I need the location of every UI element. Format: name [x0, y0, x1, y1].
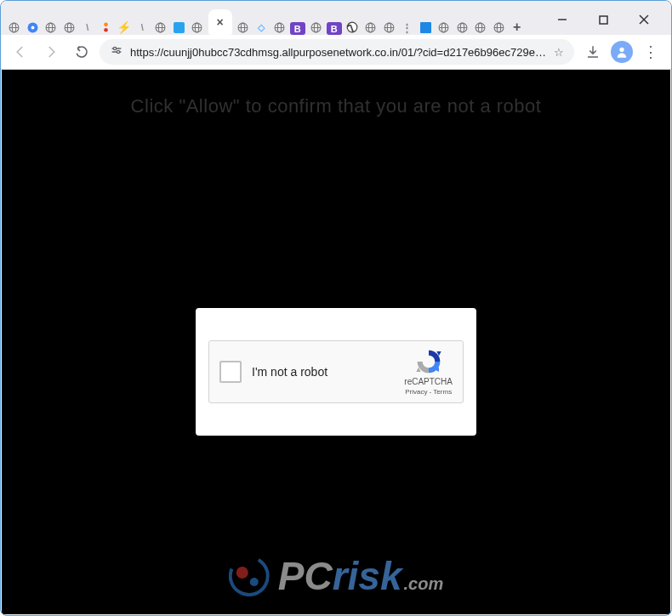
watermark: PCrisk.com — [229, 553, 443, 599]
svg-rect-36 — [420, 22, 431, 33]
tab-close-icon[interactable]: × — [216, 15, 223, 29]
tab-25[interactable] — [455, 20, 470, 36]
captcha-card: I'm not a robot reCAPTCHA Privacy - Term… — [196, 308, 476, 436]
recaptcha-brand-links[interactable]: Privacy - Terms — [405, 388, 452, 396]
recaptcha-widget: I'm not a robot reCAPTCHA Privacy - Term… — [208, 340, 464, 403]
tab-3[interactable] — [43, 20, 59, 36]
tab-2[interactable] — [26, 20, 41, 36]
toolbar: https://cuunjj0hubcc73cdhmsg.allpurposen… — [1, 35, 671, 69]
address-bar[interactable]: https://cuunjj0hubcc73cdhmsg.allpurposen… — [100, 39, 574, 65]
tab-16[interactable]: B — [290, 22, 305, 35]
watermark-part1: PC — [278, 553, 333, 599]
watermark-icon — [229, 556, 270, 596]
tab-9[interactable] — [153, 20, 168, 36]
tab-active[interactable]: × — [208, 9, 232, 35]
tab-6[interactable] — [99, 20, 114, 36]
window-minimize[interactable] — [544, 7, 581, 32]
tab-5[interactable]: \ — [80, 20, 95, 36]
tab-14[interactable]: ◇ — [253, 20, 269, 36]
tab-21[interactable] — [382, 20, 397, 36]
page-headline: Click "Allow" to confirm that you are no… — [2, 95, 670, 117]
tab-15[interactable] — [272, 20, 288, 36]
svg-point-62 — [236, 567, 248, 579]
recaptcha-label: I'm not a robot — [252, 365, 327, 379]
tab-8[interactable]: \ — [135, 20, 151, 36]
tab-4[interactable] — [62, 20, 77, 36]
avatar-icon — [611, 41, 633, 63]
tab-19[interactable] — [345, 20, 361, 36]
tab-strip: \ ⚡ \ × ◇ B B ⋮ + — [1, 1, 671, 35]
recaptcha-logo-icon — [415, 348, 442, 375]
svg-point-4 — [31, 26, 34, 29]
tab-10[interactable] — [172, 20, 187, 36]
menu-button[interactable]: ⋮ — [637, 38, 664, 66]
svg-point-55 — [113, 47, 116, 49]
svg-point-57 — [619, 48, 624, 52]
tab-17[interactable] — [309, 20, 324, 36]
svg-rect-50 — [600, 16, 607, 24]
tab-23[interactable] — [419, 20, 434, 36]
tab-27[interactable] — [492, 20, 507, 36]
tab-1[interactable] — [7, 20, 22, 36]
tab-26[interactable] — [473, 20, 488, 36]
tab-22[interactable]: ⋮ — [400, 20, 415, 36]
downloads-button[interactable] — [579, 38, 607, 66]
tab-20[interactable] — [363, 20, 379, 36]
svg-point-63 — [250, 578, 259, 586]
nav-reload[interactable] — [69, 39, 94, 65]
nav-back[interactable] — [8, 39, 33, 65]
tab-13[interactable] — [236, 20, 251, 36]
svg-point-56 — [117, 50, 119, 53]
nav-forward[interactable] — [38, 39, 64, 65]
recaptcha-brand-name: reCAPTCHA — [404, 377, 453, 386]
watermark-part3: .com — [404, 574, 444, 594]
svg-point-12 — [104, 28, 108, 32]
page-content: Click "Allow" to confirm that you are no… — [2, 70, 670, 614]
tab-24[interactable] — [436, 20, 452, 36]
svg-point-61 — [229, 556, 270, 596]
watermark-part2: risk — [333, 553, 402, 599]
svg-rect-16 — [174, 22, 185, 33]
bookmark-star-icon[interactable]: ☆ — [554, 46, 564, 59]
url-text: https://cuunjj0hubcc73cdhmsg.allpurposen… — [130, 46, 547, 59]
tab-18[interactable]: B — [327, 22, 342, 35]
new-tab-button[interactable]: + — [510, 20, 525, 36]
recaptcha-checkbox[interactable] — [219, 361, 242, 383]
tab-11[interactable] — [190, 20, 205, 36]
tab-7[interactable]: ⚡ — [117, 20, 132, 36]
site-settings-icon[interactable] — [110, 45, 123, 59]
window-maximize[interactable] — [584, 7, 622, 32]
browser-chrome: \ ⚡ \ × ◇ B B ⋮ + ht — [1, 1, 671, 70]
svg-point-11 — [104, 22, 108, 26]
profile-button[interactable] — [608, 38, 635, 66]
recaptcha-brand: reCAPTCHA Privacy - Terms — [404, 348, 453, 396]
window-close[interactable] — [625, 7, 663, 32]
